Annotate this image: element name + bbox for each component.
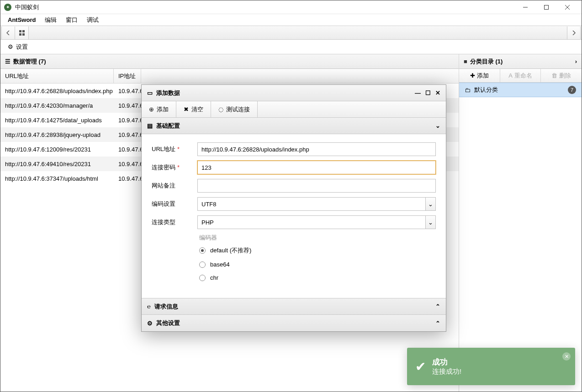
tab-label: 设置 <box>16 43 28 51</box>
tab-settings[interactable]: ⚙ 设置 <box>5 40 31 54</box>
column-ip[interactable]: IP地址 <box>114 69 141 83</box>
cell-url: http://10.9.47.6:42030/manager/a <box>0 102 114 109</box>
menu-antsword[interactable]: AntSword <box>3 15 40 25</box>
category-item-default[interactable]: 🗀 默认分类 7 <box>459 83 582 97</box>
grid-view-button[interactable] <box>15 26 29 39</box>
menubar: AntSword 编辑 窗口 调试 <box>0 14 582 26</box>
radio-icon <box>199 247 206 254</box>
trash-icon: 🗑 <box>551 72 557 79</box>
category-toolbar: ✚添加 A重命名 🗑删除 <box>459 69 582 83</box>
gear-icon: ⚙ <box>8 43 13 50</box>
dialog-titlebar[interactable]: ▭ 添加数据 — ☐ ✕ <box>142 85 446 101</box>
cell-ip: 10.9.47.6 <box>114 102 141 109</box>
section-basic-header[interactable]: ▤ 基础配置 ⌄ <box>142 118 446 134</box>
folder-icon: ■ <box>464 58 467 65</box>
cell-url: http://10.9.47.6:37347/uploads/html <box>0 175 114 182</box>
encoding-select[interactable]: UTF8⌄ <box>197 197 436 211</box>
url-input[interactable] <box>197 142 436 156</box>
encoder-default[interactable]: default (不推荐) <box>199 246 436 255</box>
category-delete-button[interactable]: 🗑删除 <box>541 69 582 82</box>
cell-url: http://10.9.47.6:26828/uploads/index.php <box>0 88 114 94</box>
gears-icon: ⚙ <box>147 320 153 327</box>
plus-icon: ✚ <box>470 72 475 79</box>
nav-prev-button[interactable] <box>1 26 15 39</box>
cell-ip: 10.9.47.6 <box>114 117 141 124</box>
cell-ip: 10.9.47.6 <box>114 88 141 94</box>
nav-next-button[interactable] <box>567 26 581 39</box>
dialog-minimize-button[interactable]: — <box>415 89 421 96</box>
dialog-add-button[interactable]: ⊕添加 <box>142 101 176 117</box>
toast-close-button[interactable]: ✕ <box>562 352 571 361</box>
window-icon: ▭ <box>147 89 153 96</box>
font-icon: A <box>508 72 513 79</box>
dialog-maximize-button[interactable]: ☐ <box>425 89 431 96</box>
maximize-button[interactable] <box>536 0 557 14</box>
toast-title: 成功 <box>432 357 461 367</box>
svg-rect-6 <box>19 33 21 36</box>
menu-edit[interactable]: 编辑 <box>40 14 61 26</box>
category-panel-title: 分类目录 (1) <box>470 57 503 66</box>
plus-circle-icon: ⊕ <box>149 106 154 113</box>
list-icon: ☰ <box>5 58 11 65</box>
window-titlebar: ✦ 中国蚁剑 <box>0 0 582 14</box>
tabstrip: ⚙ 设置 <box>0 40 582 54</box>
label-url: URL地址* <box>152 145 197 153</box>
dialog-toolbar: ⊕添加 ✖清空 ◌测试连接 <box>142 101 446 118</box>
radio-icon <box>199 261 206 268</box>
category-panel: ■ 分类目录 (1) › ✚添加 A重命名 🗑删除 🗀 默认分类 7 <box>459 54 582 392</box>
note-input[interactable] <box>197 179 436 193</box>
table-header: URL地址 IP地址 <box>0 69 459 84</box>
encoder-base64[interactable]: base64 <box>199 261 436 268</box>
toast-message: 连接成功! <box>432 367 461 376</box>
section-request-header[interactable]: ℮ 请求信息 ⌃ <box>142 298 446 315</box>
globe-icon: ℮ <box>147 303 151 310</box>
category-add-button[interactable]: ✚添加 <box>459 69 500 82</box>
cell-ip: 10.9.47.6 <box>114 131 141 138</box>
encoder-group-label: 编码器 <box>199 234 436 242</box>
conntype-select[interactable]: PHP⌄ <box>197 215 436 229</box>
category-count-badge: 7 <box>568 86 576 94</box>
data-panel-header: ☰ 数据管理 (7) <box>0 54 459 69</box>
cell-ip: 10.9.47.6 <box>114 175 141 182</box>
app-icon: ✦ <box>4 4 11 11</box>
password-input[interactable] <box>197 161 436 174</box>
x-icon: ✖ <box>184 106 189 113</box>
cell-url: http://10.9.47.6:14275/data/_uploads <box>0 117 114 124</box>
svg-rect-4 <box>19 30 21 32</box>
chevron-down-icon: ⌄ <box>435 122 440 129</box>
svg-rect-5 <box>22 30 25 32</box>
svg-rect-1 <box>545 5 549 9</box>
cell-url: http://10.9.47.6:28938/jquery-upload <box>0 131 114 138</box>
cell-url: http://10.9.47.6:49410/res/20231 <box>0 161 114 167</box>
check-icon: ✔ <box>415 359 426 374</box>
radio-icon <box>199 275 206 281</box>
column-url[interactable]: URL地址 <box>0 69 114 83</box>
section-other-header[interactable]: ⚙ 其他设置 ⌃ <box>142 315 446 331</box>
category-panel-header[interactable]: ■ 分类目录 (1) › <box>459 54 582 69</box>
close-button[interactable] <box>557 0 578 14</box>
svg-rect-7 <box>22 33 25 36</box>
menu-window[interactable]: 窗口 <box>61 14 82 26</box>
form-basic: URL地址* 连接密码* 网站备注 编码设置 UTF8⌄ 连接类型 PHP⌄ 编… <box>142 134 446 298</box>
label-note: 网站备注 <box>152 182 197 190</box>
spinner-icon: ◌ <box>218 106 223 113</box>
chevron-up-icon: ⌃ <box>435 320 440 327</box>
menu-debug[interactable]: 调试 <box>82 14 103 26</box>
file-icon: ▤ <box>147 122 153 129</box>
label-conntype: 连接类型 <box>152 218 197 226</box>
category-rename-button[interactable]: A重命名 <box>500 69 541 82</box>
cell-ip: 10.9.47.6 <box>114 146 141 153</box>
folder-open-icon: 🗀 <box>465 87 471 94</box>
toolbar <box>0 26 582 40</box>
data-panel-title: 数据管理 (7) <box>13 57 46 66</box>
dialog-close-button[interactable]: ✕ <box>435 89 440 96</box>
dialog-clear-button[interactable]: ✖清空 <box>176 101 211 117</box>
encoder-chr[interactable]: chr <box>199 274 436 281</box>
minimize-button[interactable] <box>515 0 536 14</box>
cell-ip: 10.9.47.6 <box>114 161 141 167</box>
dialog-test-button[interactable]: ◌测试连接 <box>211 101 258 117</box>
chevron-up-icon: ⌃ <box>435 303 440 310</box>
chevron-right-icon: › <box>575 58 577 65</box>
category-item-label: 默认分类 <box>474 86 498 94</box>
dialog-title: 添加数据 <box>156 89 180 97</box>
